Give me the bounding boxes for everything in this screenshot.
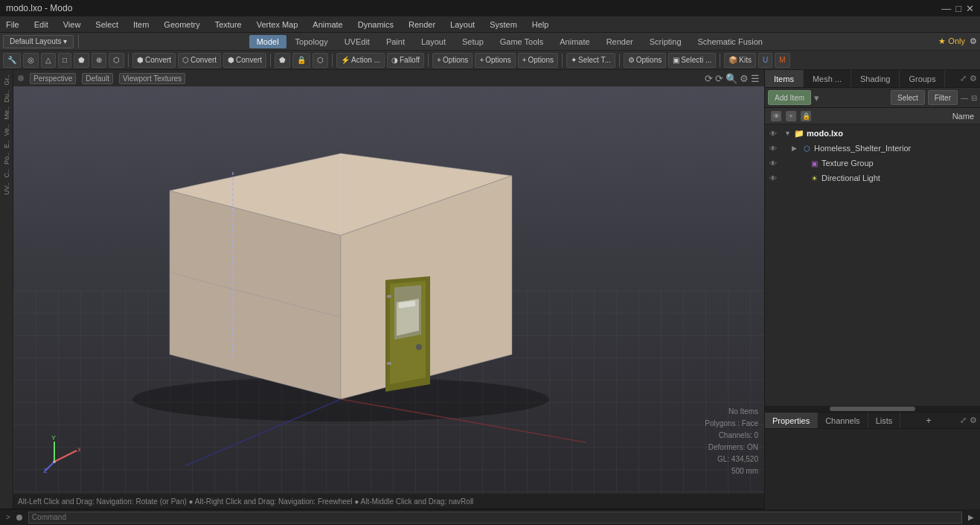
sidebar-label-gr[interactable]: Gr.. xyxy=(1,73,12,87)
menu-item-texture[interactable]: Texture xyxy=(212,19,245,31)
prop-add-button[interactable]: + xyxy=(920,413,938,428)
plus-header-icon[interactable]: + xyxy=(786,111,796,121)
tab-shading[interactable]: Shading xyxy=(851,70,900,87)
viewport-textures-button[interactable]: Viewport Textures xyxy=(119,73,185,84)
vp-ctrl-5[interactable]: ☰ xyxy=(751,73,760,84)
tool-icon-9[interactable]: 🔒 xyxy=(292,53,310,68)
convert-button-1[interactable]: ⬢Convert xyxy=(132,53,176,68)
convert-button-2[interactable]: ⬡Convert xyxy=(178,53,221,68)
options-button-1[interactable]: +Options xyxy=(432,53,473,68)
filter-button[interactable]: Filter xyxy=(928,90,958,105)
viewport[interactable]: Perspective Default Viewport Textures ⟳ … xyxy=(13,70,764,509)
lock-header-icon[interactable]: 🔒 xyxy=(801,111,811,121)
eye-header-icon[interactable]: 👁 xyxy=(771,111,781,121)
menu-item-layout[interactable]: Layout xyxy=(447,19,478,31)
add-item-button[interactable]: Add Item xyxy=(768,90,811,105)
sidebar-label-uv[interactable]: UV.. xyxy=(1,181,12,197)
default-button[interactable]: Default xyxy=(82,73,113,84)
tool-icon-1[interactable]: 🔧 xyxy=(3,53,21,68)
panel-minus-icon[interactable]: — xyxy=(961,94,968,102)
command-input[interactable] xyxy=(28,512,962,524)
select-button[interactable]: Select xyxy=(891,90,925,105)
eye-icon-texture[interactable]: 👁 xyxy=(768,158,778,168)
nav-tab-paint[interactable]: Paint xyxy=(379,35,412,48)
close-button[interactable]: ✕ xyxy=(966,3,974,14)
kits-button[interactable]: 📦Kits xyxy=(724,53,756,68)
menu-item-item[interactable]: Item xyxy=(130,19,152,31)
panel-expand-icon[interactable]: ⤢ xyxy=(960,74,967,83)
tree-arrow-shelter[interactable]: ▶ xyxy=(792,144,799,152)
sidebar-label-me[interactable]: Me.. xyxy=(1,105,12,121)
eye-icon-shelter[interactable]: 👁 xyxy=(768,143,778,153)
menu-item-system[interactable]: System xyxy=(487,19,520,31)
sidebar-label-po[interactable]: Po.. xyxy=(1,151,12,166)
maximize-button[interactable]: □ xyxy=(955,3,961,14)
tool-icon-5[interactable]: ⬟ xyxy=(74,53,89,68)
menu-item-dynamics[interactable]: Dynamics xyxy=(355,19,397,31)
selecti-button[interactable]: ▣Selecti ... xyxy=(668,53,716,68)
nav-tab-model[interactable]: Model xyxy=(249,35,286,48)
nav-tab-game-tools[interactable]: Game Tools xyxy=(493,35,551,48)
nav-tab-schematic-fusion[interactable]: Schematic Fusion xyxy=(691,35,770,48)
sidebar-label-e[interactable]: E.. xyxy=(1,139,12,150)
tool-icon-4[interactable]: □ xyxy=(58,53,71,68)
nav-tab-layout[interactable]: Layout xyxy=(414,35,453,48)
prop-tab-lists[interactable]: Lists xyxy=(868,413,901,428)
convert-button-3[interactable]: ⬢Convert xyxy=(223,53,266,68)
prop-tab-channels[interactable]: Channels xyxy=(818,413,868,428)
unreal-icon[interactable]: U xyxy=(758,53,772,68)
tab-groups[interactable]: Groups xyxy=(900,70,945,87)
menu-item-animate[interactable]: Animate xyxy=(310,19,345,31)
tool-icon-3[interactable]: △ xyxy=(41,53,56,68)
menu-item-view[interactable]: View xyxy=(60,19,84,31)
nav-tab-setup[interactable]: Setup xyxy=(455,35,491,48)
vp-ctrl-3[interactable]: 🔍 xyxy=(726,73,737,84)
menu-item-help[interactable]: Help xyxy=(529,19,552,31)
settings-icon[interactable]: ⚙ xyxy=(970,36,977,46)
tree-item-shelter[interactable]: 👁 ▶ ⬡ Homeless_Shelter_Interior xyxy=(765,141,980,156)
menu-item-edit[interactable]: Edit xyxy=(31,19,51,31)
vp-ctrl-1[interactable]: ⟳ xyxy=(705,73,713,84)
tree-item-texture[interactable]: 👁 ▶ ▣ Texture Group xyxy=(765,156,980,171)
sidebar-label-c[interactable]: C.. xyxy=(1,168,12,179)
sidebar-label-ve[interactable]: Ve.. xyxy=(1,123,12,138)
menu-item-file[interactable]: File xyxy=(3,19,22,31)
perspective-button[interactable]: Perspective xyxy=(30,73,76,84)
tree-scrollbar-thumb[interactable] xyxy=(830,407,916,411)
nav-tab-scripting[interactable]: Scripting xyxy=(642,35,689,48)
tab-mesh[interactable]: Mesh ... xyxy=(804,70,851,87)
nav-tab-uvedit[interactable]: UVEdit xyxy=(337,35,377,48)
menu-item-select[interactable]: Select xyxy=(92,19,121,31)
tab-items[interactable]: Items xyxy=(765,70,804,87)
menu-item-render[interactable]: Render xyxy=(406,19,438,31)
window-controls[interactable]: — □ ✕ xyxy=(941,3,974,14)
nav-tab-render[interactable]: Render xyxy=(599,35,641,48)
tool-icon-10[interactable]: ⬡ xyxy=(313,53,328,68)
prop-settings-icon[interactable]: ⚙ xyxy=(970,416,977,425)
vp-ctrl-4[interactable]: ⚙ xyxy=(740,73,749,84)
panel-filter2-icon[interactable]: ⊟ xyxy=(971,94,977,102)
tree-item-root[interactable]: 👁 ▼ 📁 modo.lxo xyxy=(765,126,980,141)
prop-expand-icon[interactable]: ⤢ xyxy=(960,416,967,425)
tree-arrow-root[interactable]: ▼ xyxy=(784,130,792,137)
nav-tab-animate[interactable]: Animate xyxy=(552,35,597,48)
select-t-button[interactable]: ✦Select T... xyxy=(566,53,615,68)
sidebar-label-du[interactable]: Du.. xyxy=(1,89,12,104)
action-button[interactable]: ⚡Action ... xyxy=(336,53,385,68)
options-button-3[interactable]: +Options xyxy=(518,53,558,68)
options-button-2[interactable]: +Options xyxy=(475,53,515,68)
vp-ctrl-2[interactable]: ⟳ xyxy=(715,73,723,84)
tree-scrollbar[interactable] xyxy=(765,406,980,412)
menu-item-geometry[interactable]: Geometry xyxy=(161,19,202,31)
prop-tab-properties[interactable]: Properties xyxy=(765,413,818,428)
nav-tab-topology[interactable]: Topology xyxy=(288,35,336,48)
add-item-dropdown-icon[interactable]: ▾ xyxy=(814,92,819,104)
tool-icon-7[interactable]: ⬡ xyxy=(109,53,124,68)
tool-icon-2[interactable]: ◎ xyxy=(23,53,39,68)
eye-icon-root[interactable]: 👁 xyxy=(768,128,778,139)
panel-settings-icon[interactable]: ⚙ xyxy=(970,74,977,83)
status-run-icon[interactable]: ▶ xyxy=(968,513,974,521)
tool-icon-8[interactable]: ⬟ xyxy=(275,53,290,68)
menu-item-vertex map[interactable]: Vertex Map xyxy=(254,19,301,31)
default-layouts-button[interactable]: Default Layouts ▾ xyxy=(3,35,74,48)
